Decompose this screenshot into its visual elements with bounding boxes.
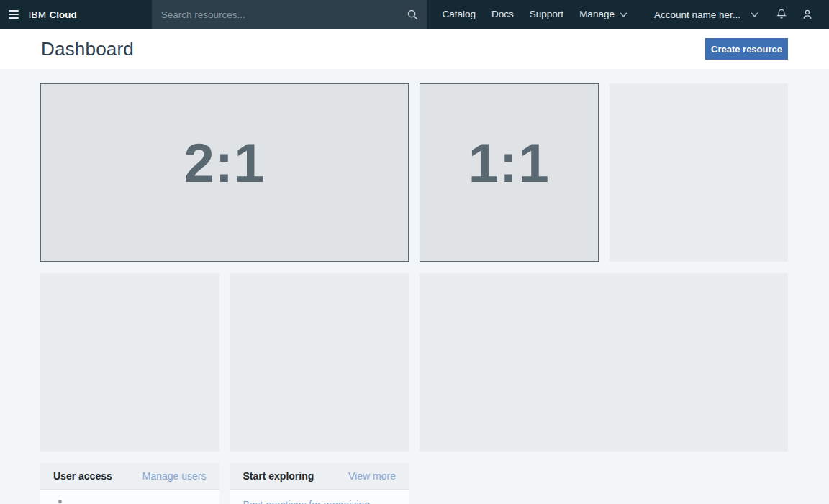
chevron-down-icon (751, 12, 758, 17)
tile-ratio-label: 1:1 (468, 132, 550, 194)
user-access-title: User access (53, 470, 112, 482)
view-more-link[interactable]: View more (348, 470, 396, 482)
user-icon (801, 8, 814, 21)
nav-manage[interactable]: Manage (571, 0, 635, 29)
user-avatar-icon (55, 499, 65, 504)
skeleton-tile-blank (420, 273, 788, 452)
page-title: Dashboard (41, 38, 134, 60)
bell-icon (775, 8, 788, 21)
topbar-actions (769, 0, 829, 29)
skeleton-tile-blank (230, 273, 409, 452)
nav-support[interactable]: Support (522, 0, 571, 29)
start-exploring-title: Start exploring (243, 470, 314, 482)
search-icon[interactable] (407, 9, 419, 21)
create-resource-button[interactable]: Create resource (705, 38, 788, 60)
user-access-card-header: User access Manage users (40, 463, 219, 490)
tile-ratio-label: 2:1 (184, 132, 266, 194)
ibm-cloud-logo[interactable]: IBMCloud (28, 9, 76, 20)
skeleton-tile-wide: 2:1 (40, 83, 409, 262)
topbar: IBMCloud Catalog Docs Support Manage Acc… (0, 0, 829, 29)
hamburger-menu-button[interactable] (0, 0, 27, 29)
nav-catalog[interactable]: Catalog (435, 0, 484, 29)
dashboard-content: 2:1 1:1 User access Manage users Start e… (0, 69, 829, 504)
user-access-card-body (40, 490, 219, 504)
widget-grid: 2:1 1:1 User access Manage users Start e… (40, 83, 788, 504)
brand-cloud-text: Cloud (49, 9, 76, 20)
top-navigation: Catalog Docs Support Manage (435, 0, 635, 29)
chevron-down-icon (620, 12, 628, 17)
skeleton-tile-blank (40, 273, 219, 452)
page-header: Dashboard Create resource (0, 29, 829, 69)
avatar-button[interactable] (794, 0, 820, 29)
hamburger-icon (9, 10, 19, 19)
nav-manage-label: Manage (579, 0, 615, 29)
notifications-button[interactable] (769, 0, 794, 29)
brand-ibm-text: IBM (28, 9, 46, 20)
nav-docs[interactable]: Docs (484, 0, 522, 29)
account-menu[interactable]: Account name her... (654, 9, 758, 20)
start-exploring-card: Start exploring View more Best practices… (230, 463, 409, 504)
start-exploring-card-body: Best practices for organizing resources (230, 490, 409, 504)
best-practices-link[interactable]: Best practices for organizing resources (243, 499, 371, 504)
skeleton-tile-square: 1:1 (420, 83, 599, 262)
manage-users-link[interactable]: Manage users (142, 470, 207, 482)
skeleton-tile-blank (610, 83, 789, 262)
search-box[interactable] (152, 0, 427, 29)
start-exploring-card-header: Start exploring View more (230, 463, 409, 490)
user-access-card: User access Manage users (40, 463, 219, 504)
search-input[interactable] (161, 9, 407, 20)
account-name-label: Account name her... (654, 9, 740, 20)
